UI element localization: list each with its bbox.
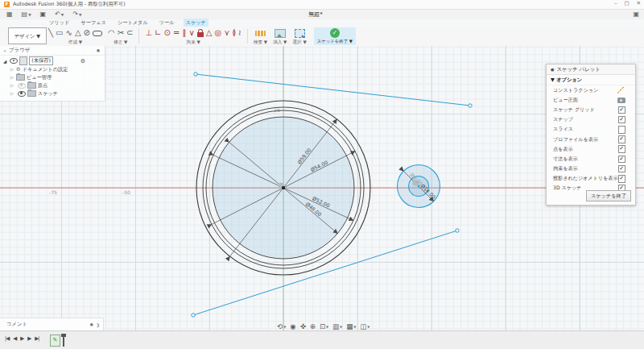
finish-sketch-button[interactable]: ✓スケッチを終了 ▼: [314, 27, 356, 45]
browser-collapse-icon[interactable]: «: [3, 48, 6, 53]
expand-arrow-icon[interactable]: ▷: [10, 67, 14, 72]
circle-icon[interactable]: ⊘: [84, 27, 90, 39]
browser-item-スケッチ[interactable]: ▷スケッチ: [0, 89, 105, 98]
app-status-icon[interactable]: ▣: [633, 10, 639, 19]
coincident-constraint-icon[interactable]: ⊥: [145, 27, 152, 39]
comments-panel[interactable]: コメント ● ❯: [0, 318, 104, 331]
visibility-eye-icon[interactable]: [18, 91, 26, 97]
look-at-icon[interactable]: ◉: [290, 322, 295, 330]
symmetry-constraint-icon[interactable]: △: [206, 27, 213, 39]
go-to-start-icon[interactable]: |◀: [5, 335, 9, 342]
dropdown-caret-icon[interactable]: ▼: [283, 325, 286, 329]
palette-row-control[interactable]: ✓: [618, 156, 626, 164]
orbit-icon[interactable]: ⟲▼: [277, 322, 286, 330]
curvature-constraint-icon[interactable]: ≀: [238, 27, 242, 39]
concentric-constraint-icon[interactable]: ◎: [214, 27, 221, 39]
zoom-icon[interactable]: ⊕: [310, 322, 316, 330]
palette-row-control[interactable]: ✓: [618, 106, 626, 114]
step-back-icon[interactable]: ◀: [13, 335, 16, 342]
expand-arrow-icon[interactable]: ▷: [10, 91, 14, 96]
document-gear-icon[interactable]: ⚙: [80, 58, 85, 64]
fix-constraint-icon[interactable]: [197, 32, 204, 37]
root-document-label[interactable]: (未保存): [29, 56, 53, 65]
close-button[interactable]: ✕: [637, 0, 641, 6]
pan-icon[interactable]: ✜: [300, 322, 306, 330]
timeline-sketch-feature[interactable]: ✎: [50, 334, 60, 347]
dropdown-caret-icon[interactable]: ▼: [340, 325, 342, 329]
equal-constraint-icon[interactable]: =: [173, 27, 180, 39]
comments-expand-icon[interactable]: ❯: [97, 322, 100, 327]
spline-icon[interactable]: ∿: [65, 27, 72, 39]
browser-item-ドキュメントの設定[interactable]: ▷⚙ドキュメントの設定: [0, 65, 105, 73]
select-icon[interactable]: [295, 29, 305, 38]
rectangle-icon[interactable]: ▭: [56, 27, 63, 39]
save-icon[interactable]: ▣: [40, 10, 47, 19]
toolbar-group-label[interactable]: 挿入 ▼: [273, 39, 287, 46]
palette-row-control[interactable]: [618, 126, 626, 134]
checkbox-checked[interactable]: ✓: [618, 156, 626, 164]
viewports-icon[interactable]: ◫▼: [360, 322, 369, 330]
checkbox-checked[interactable]: ✓: [618, 165, 626, 173]
polygon-icon[interactable]: △: [75, 27, 81, 39]
workspace-selector-button[interactable]: デザイン ▼: [8, 27, 47, 44]
play-icon[interactable]: ▶: [20, 335, 23, 342]
measure-icon[interactable]: [255, 31, 266, 36]
timeline-position-marker[interactable]: [63, 334, 64, 347]
palette-options-section[interactable]: ▼ オプション: [547, 75, 635, 85]
toolbar-group-label[interactable]: 選択 ▼: [292, 39, 306, 46]
checkbox-checked[interactable]: ✓: [618, 175, 626, 183]
dropdown-caret-icon[interactable]: ▼: [367, 325, 369, 329]
checkbox-checked[interactable]: ✓: [618, 135, 626, 143]
palette-row-control[interactable]: ✓: [618, 116, 626, 124]
toolbar-group-label[interactable]: 修正 ▼: [114, 39, 127, 46]
browser-options-icon[interactable]: ●: [97, 48, 100, 52]
expand-arrow-icon[interactable]: ▷: [10, 83, 14, 88]
data-panel-toggle-icon[interactable]: ▦: [6, 10, 13, 19]
toolbar-group-label[interactable]: 拘束 ▼: [187, 39, 200, 46]
palette-row-control[interactable]: ✓: [618, 165, 626, 173]
offset-icon[interactable]: ⊂: [126, 27, 133, 39]
palette-row-control[interactable]: [617, 89, 625, 92]
step-forward-icon[interactable]: ▶: [27, 335, 31, 342]
checkbox-unchecked[interactable]: [618, 126, 626, 134]
expand-arrow-icon[interactable]: ▷: [10, 75, 14, 80]
finish-sketch-palette-button[interactable]: スケッチを終了: [586, 190, 631, 202]
display-settings-icon[interactable]: ▥▼: [332, 322, 342, 330]
palette-row-control[interactable]: ✓: [618, 145, 626, 153]
palette-row-control[interactable]: [617, 98, 625, 103]
palette-grip-icon[interactable]: ●: [551, 67, 554, 72]
visibility-eye-icon[interactable]: [10, 58, 18, 64]
checkbox-checked[interactable]: ✓: [618, 106, 626, 114]
checkbox-checked[interactable]: ✓: [618, 116, 626, 124]
browser-root-node[interactable]: ◢ (未保存) ⚙: [0, 56, 105, 65]
parallel-constraint-icon[interactable]: ∥: [182, 27, 186, 39]
tangent-constraint-icon[interactable]: ⊙: [164, 27, 171, 39]
slot-icon[interactable]: [93, 31, 102, 36]
midpoint-constraint-icon[interactable]: ⋎: [224, 27, 229, 39]
fit-icon[interactable]: ⊡▼: [320, 322, 328, 330]
expand-icon[interactable]: ◢: [3, 59, 6, 64]
line-icon[interactable]: ╲: [48, 27, 53, 39]
file-menu-icon[interactable]: ▤▼: [22, 10, 31, 20]
fillet-icon[interactable]: ◠: [108, 27, 115, 39]
maximize-button[interactable]: ▢: [624, 0, 629, 6]
browser-item-原点[interactable]: ▷原点: [0, 81, 105, 89]
dropdown-caret-icon[interactable]: ▼: [353, 325, 356, 329]
toolbar-group-label[interactable]: 作成 ▼: [68, 39, 82, 46]
toolbar-group-label[interactable]: 検査 ▼: [254, 39, 267, 46]
dropdown-caret-icon[interactable]: ▼: [61, 13, 64, 17]
checkbox-checked[interactable]: ✓: [618, 145, 626, 153]
perpendicular-constraint-icon[interactable]: ∨: [188, 27, 194, 39]
dropdown-caret-icon[interactable]: ▼: [326, 325, 328, 329]
dropdown-caret-icon[interactable]: ▼: [28, 13, 31, 17]
palette-row-control[interactable]: ✓: [618, 175, 626, 183]
trim-icon[interactable]: ✂: [118, 27, 124, 39]
visibility-eye-icon[interactable]: [18, 83, 26, 89]
browser-item-ビュー管理[interactable]: ▷ビュー管理: [0, 73, 105, 81]
construction-line-icon[interactable]: [617, 86, 625, 94]
palette-row-control[interactable]: ✓: [618, 135, 626, 143]
smooth-constraint-icon[interactable]: ≬: [232, 27, 236, 39]
insert-image-icon[interactable]: [275, 29, 286, 38]
go-to-end-icon[interactable]: ▶|: [35, 335, 39, 342]
dropdown-caret-icon[interactable]: ▼: [79, 13, 81, 17]
